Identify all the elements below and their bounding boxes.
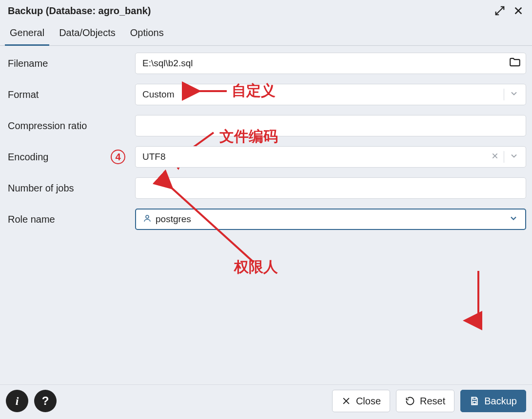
row-role: Role name postgres bbox=[6, 209, 526, 230]
encoding-value: UTF8 bbox=[142, 152, 166, 162]
clear-icon[interactable] bbox=[491, 152, 499, 162]
role-select[interactable]: postgres bbox=[135, 209, 526, 230]
chevron-down-icon[interactable] bbox=[509, 151, 519, 163]
control-compression bbox=[135, 115, 526, 136]
divider bbox=[504, 151, 504, 163]
label-compression: Compression ratio bbox=[6, 120, 135, 132]
compression-input[interactable] bbox=[135, 115, 526, 136]
filename-value: E:\sql\b2.sql bbox=[142, 58, 193, 69]
annotation-role-label: 权限人 bbox=[234, 257, 278, 277]
close-button[interactable]: Close bbox=[332, 390, 390, 412]
row-compression: Compression ratio 文件编码 bbox=[6, 115, 526, 136]
help-icon-button[interactable] bbox=[34, 390, 57, 412]
jobs-input[interactable] bbox=[135, 177, 526, 199]
backup-button[interactable]: Backup bbox=[460, 390, 526, 412]
folder-icon[interactable] bbox=[509, 56, 521, 71]
row-filename: Filename E:\sql\b2.sql bbox=[6, 53, 526, 74]
filename-input[interactable]: E:\sql\b2.sql bbox=[135, 53, 526, 74]
tab-options[interactable]: Options bbox=[128, 21, 166, 45]
tab-general[interactable]: General bbox=[8, 21, 46, 45]
label-encoding-text: Encoding bbox=[8, 152, 48, 162]
info-icon-button[interactable] bbox=[6, 390, 28, 412]
label-filename: Filename bbox=[6, 58, 135, 69]
label-jobs: Number of jobs bbox=[6, 183, 135, 194]
row-format: Format Custom bbox=[6, 84, 526, 105]
backup-button-label: Backup bbox=[484, 396, 517, 407]
footer: Close Reset Backup bbox=[0, 384, 532, 419]
control-filename: E:\sql\b2.sql bbox=[135, 53, 526, 74]
tab-data-objects[interactable]: Data/Objects bbox=[57, 21, 118, 45]
dialog-title: Backup (Database: agro_bank) bbox=[8, 5, 151, 17]
chevron-down-icon[interactable] bbox=[509, 89, 519, 101]
reset-button-label: Reset bbox=[420, 396, 445, 407]
divider bbox=[504, 89, 504, 100]
encoding-select[interactable]: UTF8 bbox=[135, 146, 526, 168]
tab-bar: General Data/Objects Options bbox=[0, 21, 532, 46]
role-value: postgres bbox=[156, 214, 191, 225]
window-controls bbox=[494, 5, 524, 17]
close-icon[interactable] bbox=[512, 5, 524, 17]
control-encoding: UTF8 bbox=[135, 146, 526, 168]
form-general: Filename E:\sql\b2.sql Format Custom bbox=[0, 46, 532, 384]
titlebar: Backup (Database: agro_bank) bbox=[0, 0, 532, 21]
row-encoding: Encoding 4 UTF8 bbox=[6, 146, 526, 168]
annotation-backup-arrow bbox=[469, 268, 488, 326]
row-jobs: Number of jobs bbox=[6, 177, 526, 199]
label-role: Role name bbox=[6, 214, 135, 225]
svg-point-2 bbox=[146, 215, 149, 218]
user-icon bbox=[143, 214, 152, 225]
close-button-label: Close bbox=[356, 396, 381, 407]
maximize-icon[interactable] bbox=[494, 5, 506, 17]
format-select[interactable]: Custom bbox=[135, 84, 526, 105]
label-encoding: Encoding 4 bbox=[6, 152, 135, 163]
svg-rect-5 bbox=[473, 401, 476, 404]
control-role: postgres bbox=[135, 209, 526, 230]
label-format: Format bbox=[6, 89, 135, 100]
reset-button[interactable]: Reset bbox=[396, 390, 454, 412]
chevron-down-icon[interactable] bbox=[509, 213, 518, 226]
control-jobs bbox=[135, 177, 526, 199]
format-value: Custom bbox=[142, 89, 174, 100]
backup-dialog: Backup (Database: agro_bank) General Dat… bbox=[0, 0, 532, 419]
annotation-circled-number: 4 bbox=[111, 150, 125, 164]
control-format: Custom bbox=[135, 84, 526, 105]
